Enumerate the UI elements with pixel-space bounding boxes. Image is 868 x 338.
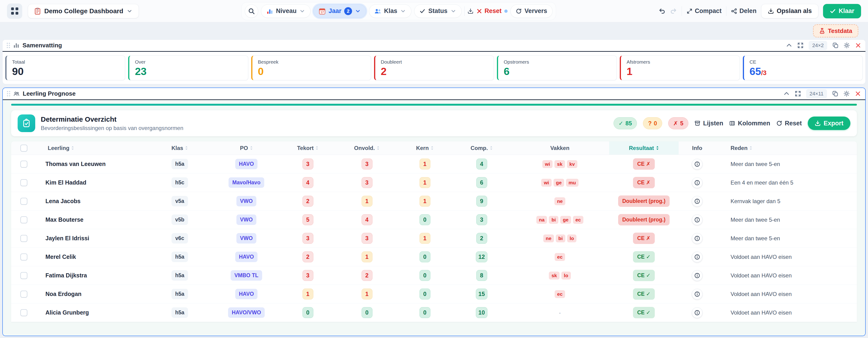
info-button[interactable] (692, 289, 703, 300)
table-row[interactable]: Alicia Grunberg h5a HAVO/VWO 0 0 0 10 - … (11, 303, 857, 322)
table-row[interactable]: Max Bouterse v5b VWO 5 4 0 3 nabigeec Do… (11, 210, 857, 229)
table-row[interactable]: Noa Erdogan h5a HAVO 1 1 0 15 ec CE ✓ Vo… (11, 285, 857, 303)
redo-button[interactable] (670, 8, 677, 15)
kolommen-button[interactable]: Kolommen (729, 120, 770, 127)
chart-icon (13, 43, 19, 49)
info-button[interactable] (692, 159, 703, 169)
row-checkbox[interactable] (21, 179, 27, 186)
table-row[interactable]: Kim El Haddad h5c Mavo/Havo 4 3 1 6 wige… (11, 173, 857, 192)
header-leerling[interactable]: Leerling (37, 141, 146, 154)
drag-handle-icon[interactable] (7, 91, 10, 96)
notification-dot (504, 9, 507, 13)
undo-button[interactable] (658, 8, 665, 15)
close-icon[interactable] (855, 42, 861, 49)
samenvatting-panel: Samenvatting 24×2 Totaal 90 Over 23 Besp… (2, 39, 866, 84)
tekort-cell: 1 (279, 288, 337, 300)
info-button[interactable] (692, 307, 703, 318)
filter-jaar-count-badge: 2 (344, 7, 352, 15)
header-klas[interactable]: Klas (146, 141, 214, 154)
dashboard-selector[interactable]: Demo College Dashboard (28, 4, 139, 18)
vak-chip: sk (554, 160, 565, 168)
export-button[interactable]: Export (808, 116, 850, 130)
kern-badge: 1 (420, 233, 430, 244)
collapse-icon[interactable] (786, 42, 792, 49)
kern-cell: 1 (397, 196, 453, 206)
resultaat-badge: CE ✓ (633, 251, 655, 262)
header-po[interactable]: PO (214, 141, 279, 154)
header-reden[interactable]: Reden (716, 141, 857, 154)
kern-badge: 1 (420, 177, 430, 188)
reden-text: Voldoet aan HAVO eisen (731, 309, 792, 316)
filter-status[interactable]: Status (414, 4, 462, 18)
info-icon (694, 180, 700, 186)
reset-table-button[interactable]: Reset (776, 120, 802, 127)
delen-button[interactable]: Delen (731, 7, 756, 15)
header-resultaat[interactable]: Resultaat (609, 141, 679, 154)
reden-text: Voldoet aan HAVO eisen (731, 272, 792, 279)
reden-text: Voldoet aan HAVO eisen (731, 291, 792, 298)
drag-handle-icon[interactable] (7, 43, 10, 48)
header-kern[interactable]: Kern (397, 141, 453, 154)
row-checkbox[interactable] (21, 198, 27, 205)
lijsten-button[interactable]: Lijsten (694, 120, 723, 127)
student-name: Alicia Grunberg (45, 309, 89, 316)
copy-icon[interactable] (832, 42, 839, 49)
copy-icon[interactable] (832, 90, 838, 97)
comp-cell: 8 (453, 270, 510, 281)
row-checkbox[interactable] (21, 254, 27, 260)
opslaan-als-button[interactable]: Opslaan als (761, 4, 818, 18)
gear-icon[interactable] (843, 90, 850, 97)
info-button[interactable] (692, 215, 703, 225)
header-comp[interactable]: Comp. (453, 141, 510, 154)
vakken-cell: - (559, 309, 561, 316)
row-checkbox[interactable] (21, 272, 27, 279)
klas-badge: h5a (172, 270, 188, 281)
collapse-icon[interactable] (783, 90, 790, 97)
filter-jaar-label: Jaar (329, 7, 341, 15)
vakken-cell: ec (555, 290, 565, 298)
table-row[interactable]: Lena Jacobs v5a VWO 2 1 1 9 ne Doubleert… (11, 192, 857, 210)
select-all-checkbox[interactable] (21, 145, 27, 151)
filter-jaar[interactable]: 17 Jaar 2 (313, 4, 366, 18)
reset-filters-button[interactable]: Reset (476, 7, 502, 15)
close-icon[interactable] (855, 90, 861, 97)
app-launcher-button[interactable] (7, 3, 22, 19)
chevron-down-icon (127, 8, 132, 14)
row-checkbox[interactable] (21, 216, 27, 223)
info-button[interactable] (692, 252, 703, 262)
testdata-row: Testdata (0, 22, 868, 39)
chevron-down-icon (299, 8, 305, 14)
search-button[interactable] (245, 4, 258, 18)
header-tekort[interactable]: Tekort (279, 141, 337, 154)
gear-icon[interactable] (844, 42, 850, 49)
klas-badge: h5a (172, 252, 188, 262)
header-onvold[interactable]: Onvold. (337, 141, 397, 154)
save-filter-button[interactable] (467, 8, 473, 14)
row-checkbox[interactable] (21, 309, 27, 316)
filter-niveau[interactable]: Niveau (261, 4, 311, 18)
info-button[interactable] (692, 177, 703, 188)
row-checkbox[interactable] (21, 235, 27, 242)
table-row[interactable]: Thomas van Leeuwen h5a HAVO 3 3 1 4 wisk… (11, 155, 857, 173)
fullscreen-icon[interactable] (797, 42, 804, 49)
info-button[interactable] (692, 233, 703, 244)
row-checkbox[interactable] (21, 291, 27, 298)
fullscreen-icon[interactable] (795, 90, 801, 97)
ververs-button[interactable]: Ververs (510, 4, 553, 18)
table-row[interactable]: Fatima Dijkstra h5a VMBO TL 3 2 0 8 sklo… (11, 266, 857, 285)
tekort-badge: 3 (303, 233, 313, 244)
klaar-button[interactable]: Klaar (823, 4, 861, 18)
info-icon (694, 198, 700, 204)
info-button[interactable] (692, 196, 703, 206)
info-button[interactable] (692, 270, 703, 281)
row-checkbox[interactable] (21, 161, 27, 168)
summary-card-value: 0 (258, 66, 365, 77)
sort-icon (315, 145, 318, 150)
compact-button[interactable]: Compact (686, 7, 722, 15)
table-row[interactable]: Merel Celik h5a HAVO 2 1 0 12 ec CE ✓ Vo… (11, 248, 857, 266)
filter-klas[interactable]: Klas (369, 4, 411, 18)
info-icon (694, 291, 700, 297)
student-name: Thomas van Leeuwen (45, 161, 106, 167)
sort-icon (377, 145, 380, 150)
table-row[interactable]: Jaylen El Idrissi v6c VWO 3 3 1 2 nebilo… (11, 229, 857, 248)
